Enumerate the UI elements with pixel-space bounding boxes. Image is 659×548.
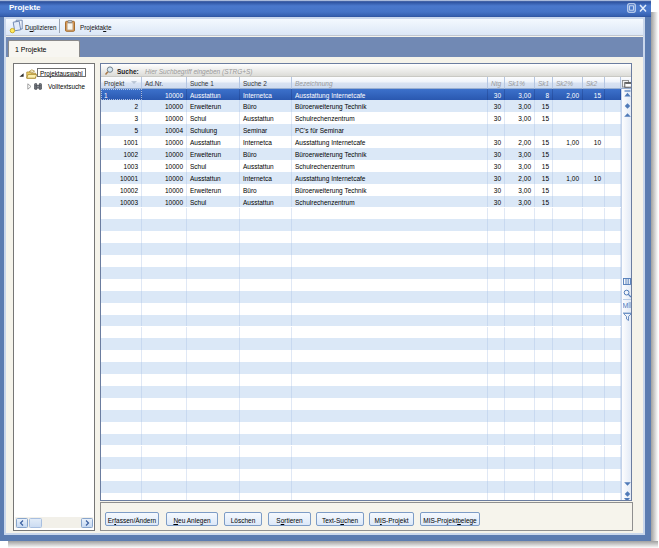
svg-text:M: M bbox=[623, 302, 629, 309]
